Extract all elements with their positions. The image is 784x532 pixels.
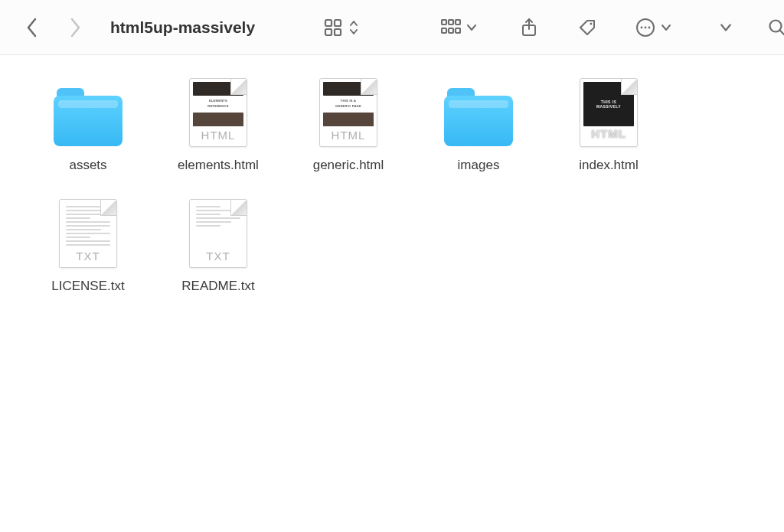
- txt-file-icon: TXT: [184, 199, 253, 268]
- folder-icon: [444, 78, 513, 147]
- share-icon: [515, 14, 543, 41]
- tag-button[interactable]: [573, 14, 601, 41]
- file-label: README.txt: [181, 279, 254, 294]
- file-label: index.html: [579, 158, 638, 173]
- svg-point-15: [645, 26, 647, 28]
- search-icon: [763, 14, 784, 41]
- grid-icon: [319, 14, 347, 41]
- nav-arrows: [18, 14, 89, 41]
- file-item[interactable]: TXT README.txt: [153, 199, 283, 294]
- actions-menu[interactable]: [632, 14, 673, 41]
- chevron-down-icon: [719, 21, 733, 34]
- file-label: assets: [69, 158, 106, 173]
- chevron-down-icon: [659, 22, 673, 33]
- ellipsis-circle-icon: [632, 14, 659, 41]
- txt-file-icon: TXT: [54, 199, 122, 268]
- folder-icon: [54, 78, 122, 147]
- tag-icon: [573, 14, 601, 41]
- svg-rect-3: [335, 29, 341, 35]
- file-item[interactable]: images: [413, 78, 544, 173]
- html-file-icon: ELEMENTS REFERENCE HTML: [184, 78, 253, 147]
- share-button[interactable]: [515, 14, 543, 41]
- updown-icon: [347, 19, 361, 36]
- file-item[interactable]: TXT LICENSE.txt: [23, 199, 153, 294]
- file-item[interactable]: ELEMENTS REFERENCE HTML elements.html: [153, 78, 283, 173]
- svg-rect-7: [442, 28, 446, 33]
- html-file-icon: THIS IS A GENERIC PAGE HTML: [314, 78, 383, 147]
- svg-rect-5: [449, 20, 453, 24]
- toolbar: html5up-massively: [0, 0, 784, 55]
- file-grid: assets ELEMENTS REFERENCE HTML: [23, 78, 761, 294]
- file-grid-area: assets ELEMENTS REFERENCE HTML: [0, 55, 784, 317]
- back-button[interactable]: [18, 14, 46, 41]
- svg-point-14: [641, 26, 643, 28]
- file-label: generic.html: [313, 158, 384, 173]
- svg-point-12: [590, 22, 593, 24]
- svg-rect-4: [442, 20, 446, 24]
- view-mode-control[interactable]: [319, 14, 361, 41]
- file-label: elements.html: [178, 158, 259, 173]
- svg-rect-2: [325, 29, 332, 35]
- file-label: LICENSE.txt: [51, 279, 124, 294]
- file-item[interactable]: THIS IS A GENERIC PAGE HTML generic.html: [283, 78, 413, 173]
- forward-button[interactable]: [61, 14, 89, 41]
- file-item[interactable]: assets: [23, 78, 153, 173]
- svg-point-16: [648, 26, 651, 28]
- svg-rect-1: [335, 20, 341, 26]
- svg-rect-8: [449, 28, 453, 33]
- file-item[interactable]: THIS IS MASSIVELY HTML index.html: [544, 78, 674, 173]
- group-icon: [437, 14, 465, 41]
- html-file-icon: THIS IS MASSIVELY HTML: [574, 78, 643, 147]
- breadcrumb-title[interactable]: html5up-massively: [110, 18, 255, 37]
- file-label: images: [458, 158, 500, 173]
- toolbar-overflow[interactable]: [719, 21, 733, 34]
- svg-rect-6: [456, 20, 460, 24]
- svg-rect-0: [325, 20, 332, 26]
- chevron-down-icon: [465, 22, 479, 33]
- group-by-control[interactable]: [437, 14, 479, 41]
- svg-rect-9: [456, 28, 460, 33]
- search-button[interactable]: [763, 14, 784, 41]
- svg-line-18: [780, 31, 784, 35]
